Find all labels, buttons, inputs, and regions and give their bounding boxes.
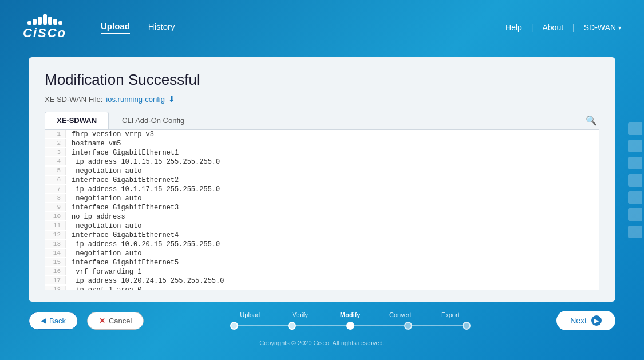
main-card: Modification Successful XE SD-WAN File: … — [29, 57, 615, 302]
step-line-1 — [238, 325, 289, 326]
step-dot-modify — [346, 322, 354, 330]
logo-bar-3 — [38, 17, 42, 25]
line-number: 9 — [45, 203, 66, 211]
tab-cli-addon[interactable]: CLI Add-On Config — [110, 112, 196, 129]
file-label-text: XE SD-WAN File: — [45, 95, 102, 104]
code-line: 17 ip address 10.20.24.15 255.255.255.0 — [45, 276, 599, 286]
step-dot-export — [463, 322, 471, 330]
line-content: negotiation auto — [66, 249, 147, 258]
back-button[interactable]: ◀ Back — [29, 312, 78, 330]
line-content: interface GigabitEthernet2 — [66, 176, 184, 185]
copyright: Copyrights © 2020 Cisco. All rights rese… — [0, 339, 644, 351]
line-number: 8 — [45, 194, 66, 202]
logo-bar-2 — [33, 19, 37, 25]
line-number: 15 — [45, 258, 66, 266]
logo-bars-icon — [27, 14, 62, 25]
logo-bar-7 — [58, 21, 62, 25]
header: CiSCo Upload History Help | About | SD-W… — [0, 0, 644, 55]
divider-1: | — [531, 23, 534, 32]
line-number: 3 — [45, 148, 66, 156]
code-line: 10no ip address — [45, 212, 599, 221]
line-content: ip ospf 1 area 0 — [66, 286, 147, 290]
step-dot-convert — [404, 322, 412, 330]
download-icon[interactable]: ⬇ — [168, 94, 175, 104]
line-content: ip address 10.0.20.15 255.255.255.0 — [66, 240, 226, 249]
code-line: 11 negotiation auto — [45, 221, 599, 231]
line-content: ip address 10.20.24.15 255.255.255.0 — [66, 276, 230, 286]
back-label: Back — [49, 317, 66, 325]
code-line: 16 vrf forwarding 1 — [45, 267, 599, 276]
nav-upload[interactable]: Upload — [101, 21, 130, 34]
line-content: ip address 10.1.17.15 255.255.255.0 — [66, 185, 226, 194]
line-content: interface GigabitEthernet3 — [66, 203, 184, 212]
code-line: 5 negotiation auto — [45, 167, 599, 176]
file-name-link[interactable]: ios.running-config — [106, 95, 165, 104]
wizard-track — [230, 322, 471, 330]
line-number: 11 — [45, 221, 66, 230]
header-right: Help | About | SD-WAN ▾ — [505, 23, 621, 32]
line-content: negotiation auto — [66, 194, 147, 203]
logo-bar-4 — [43, 14, 47, 25]
line-content: negotiation auto — [66, 221, 147, 231]
help-link[interactable]: Help — [505, 23, 522, 32]
line-number: 1 — [45, 130, 66, 138]
logo-bar-1 — [27, 21, 31, 25]
code-line: 9interface GigabitEthernet3 — [45, 203, 599, 212]
cancel-button[interactable]: ✕ Cancel — [87, 312, 144, 330]
step-label-upload: Upload — [230, 311, 270, 318]
cancel-label: Cancel — [109, 317, 132, 325]
line-content: interface GigabitEthernet5 — [66, 258, 184, 267]
line-content: fhrp version vrrp v3 — [66, 130, 160, 139]
line-number: 13 — [45, 240, 66, 248]
line-number: 14 — [45, 249, 66, 257]
wizard-labels: Upload Verify Modify Convert Export — [230, 311, 471, 318]
next-arrow-icon: ▶ — [591, 315, 602, 326]
step-line-4 — [412, 325, 463, 326]
footer: ◀ Back ✕ Cancel Upload Verify Modify Con… — [0, 302, 644, 339]
main-content: Modification Successful XE SD-WAN File: … — [0, 55, 644, 302]
about-link[interactable]: About — [543, 23, 564, 32]
sdwan-dropdown[interactable]: SD-WAN ▾ — [584, 23, 621, 32]
line-number: 7 — [45, 185, 66, 193]
code-line: 2hostname vm5 — [45, 139, 599, 148]
line-content: ip address 10.1.15.15 255.255.255.0 — [66, 157, 226, 167]
step-line-2 — [296, 325, 346, 326]
code-line: 14 negotiation auto — [45, 249, 599, 258]
line-number: 5 — [45, 167, 66, 175]
step-label-convert: Convert — [380, 311, 420, 318]
step-label-verify: Verify — [280, 311, 320, 318]
code-line: 6interface GigabitEthernet2 — [45, 176, 599, 185]
line-number: 4 — [45, 157, 66, 165]
code-line: 12interface GigabitEthernet4 — [45, 231, 599, 240]
code-line: 4 ip address 10.1.15.15 255.255.255.0 — [45, 157, 599, 167]
tabs-container: XE-SDWAN CLI Add-On Config 🔍 — [45, 112, 599, 130]
search-icon[interactable]: 🔍 — [583, 113, 599, 128]
step-label-export: Export — [430, 311, 471, 318]
line-number: 12 — [45, 231, 66, 239]
code-line: 7 ip address 10.1.17.15 255.255.255.0 — [45, 185, 599, 194]
step-dot-upload — [230, 322, 238, 330]
line-number: 16 — [45, 267, 66, 275]
line-number: 2 — [45, 139, 66, 147]
divider-2: | — [572, 23, 575, 32]
file-label: XE SD-WAN File: ios.running-config ⬇ — [45, 94, 599, 104]
line-content: interface GigabitEthernet4 — [66, 231, 184, 240]
code-line: 18 ip ospf 1 area 0 — [45, 286, 599, 290]
line-content: no ip address — [66, 212, 131, 221]
line-content: hostname vm5 — [66, 139, 127, 148]
code-line: 13 ip address 10.0.20.15 255.255.255.0 — [45, 240, 599, 249]
logo-bar-6 — [53, 19, 57, 25]
code-editor[interactable]: 1fhrp version vrrp v32hostname vm53inter… — [45, 130, 599, 290]
page-title: Modification Successful — [45, 71, 599, 89]
step-line-3 — [354, 325, 405, 326]
code-line: 8 negotiation auto — [45, 194, 599, 203]
back-circle-icon: ◀ — [41, 317, 46, 325]
nav-history[interactable]: History — [148, 22, 175, 34]
tab-xe-sdwan[interactable]: XE-SDWAN — [45, 112, 109, 129]
line-content: vrf forwarding 1 — [66, 267, 147, 276]
step-label-modify: Modify — [330, 311, 370, 318]
line-number: 10 — [45, 212, 66, 220]
logo-bar-5 — [48, 17, 52, 25]
next-button[interactable]: Next ▶ — [556, 311, 615, 330]
line-number: 6 — [45, 176, 66, 184]
